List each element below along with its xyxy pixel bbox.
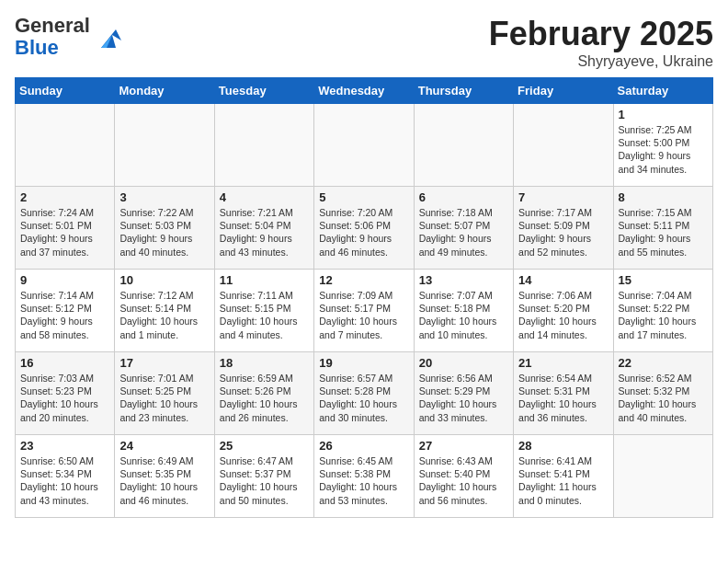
calendar-cell: 13Sunrise: 7:07 AM Sunset: 5:18 PM Dayli… [414, 270, 513, 352]
calendar-table: SundayMondayTuesdayWednesdayThursdayFrid… [15, 77, 713, 518]
day-info: Sunrise: 7:25 AM Sunset: 5:00 PM Dayligh… [619, 123, 708, 176]
day-number: 15 [619, 273, 708, 287]
calendar-cell [314, 104, 414, 187]
day-number: 8 [619, 190, 708, 204]
calendar-cell: 11Sunrise: 7:11 AM Sunset: 5:15 PM Dayli… [214, 270, 313, 352]
calendar-cell: 5Sunrise: 7:20 AM Sunset: 5:06 PM Daylig… [314, 187, 414, 270]
day-number: 13 [419, 273, 508, 287]
day-info: Sunrise: 7:12 AM Sunset: 5:14 PM Dayligh… [119, 289, 209, 341]
day-info: Sunrise: 6:52 AM Sunset: 5:32 PM Dayligh… [619, 372, 708, 424]
day-info: Sunrise: 7:03 AM Sunset: 5:23 PM Dayligh… [20, 372, 109, 424]
calendar-cell: 27Sunrise: 6:43 AM Sunset: 5:40 PM Dayli… [414, 435, 513, 518]
calendar-week-1: 1Sunrise: 7:25 AM Sunset: 5:00 PM Daylig… [16, 104, 713, 187]
day-number: 24 [119, 439, 209, 453]
calendar-cell: 14Sunrise: 7:06 AM Sunset: 5:20 PM Dayli… [514, 270, 613, 352]
day-info: Sunrise: 7:21 AM Sunset: 5:04 PM Dayligh… [220, 206, 309, 259]
day-number: 26 [319, 439, 408, 453]
weekday-header-sunday: Sunday [16, 78, 115, 104]
day-number: 4 [220, 190, 309, 204]
day-info: Sunrise: 6:41 AM Sunset: 5:41 PM Dayligh… [518, 454, 608, 507]
calendar-cell: 2Sunrise: 7:24 AM Sunset: 5:01 PM Daylig… [16, 187, 115, 270]
day-number: 19 [319, 356, 408, 370]
page-header: General Blue February 2025 Shyryayeve, U… [15, 15, 713, 70]
title-block: February 2025 Shyryayeve, Ukraine [489, 15, 713, 70]
day-info: Sunrise: 7:09 AM Sunset: 5:17 PM Dayligh… [319, 289, 408, 341]
calendar-cell: 28Sunrise: 6:41 AM Sunset: 5:41 PM Dayli… [514, 435, 613, 518]
calendar-cell: 24Sunrise: 6:49 AM Sunset: 5:35 PM Dayli… [115, 435, 214, 518]
calendar-cell: 26Sunrise: 6:45 AM Sunset: 5:38 PM Dayli… [314, 435, 414, 518]
day-info: Sunrise: 7:01 AM Sunset: 5:25 PM Dayligh… [119, 372, 209, 424]
calendar-cell: 6Sunrise: 7:18 AM Sunset: 5:07 PM Daylig… [414, 187, 513, 270]
day-info: Sunrise: 7:20 AM Sunset: 5:06 PM Dayligh… [319, 206, 408, 259]
day-number: 11 [220, 273, 309, 287]
day-info: Sunrise: 7:04 AM Sunset: 5:22 PM Dayligh… [619, 289, 708, 341]
day-info: Sunrise: 7:17 AM Sunset: 5:09 PM Dayligh… [518, 206, 608, 259]
day-number: 12 [319, 273, 408, 287]
day-number: 25 [220, 439, 309, 453]
calendar-cell: 4Sunrise: 7:21 AM Sunset: 5:04 PM Daylig… [214, 187, 313, 270]
weekday-header-row: SundayMondayTuesdayWednesdayThursdayFrid… [16, 78, 713, 104]
weekday-header-wednesday: Wednesday [314, 78, 414, 104]
day-number: 3 [119, 190, 209, 204]
day-number: 17 [119, 356, 209, 370]
day-number: 5 [319, 190, 408, 204]
calendar-cell: 7Sunrise: 7:17 AM Sunset: 5:09 PM Daylig… [514, 187, 613, 270]
day-number: 21 [518, 356, 608, 370]
calendar-subtitle: Shyryayeve, Ukraine [489, 53, 713, 70]
calendar-cell: 19Sunrise: 6:57 AM Sunset: 5:28 PM Dayli… [314, 352, 414, 435]
calendar-cell: 10Sunrise: 7:12 AM Sunset: 5:14 PM Dayli… [115, 270, 214, 352]
logo-blue: Blue [15, 36, 59, 59]
calendar-cell: 9Sunrise: 7:14 AM Sunset: 5:12 PM Daylig… [16, 270, 115, 352]
calendar-title: February 2025 [489, 15, 713, 53]
day-info: Sunrise: 6:49 AM Sunset: 5:35 PM Dayligh… [119, 454, 209, 507]
calendar-cell: 20Sunrise: 6:56 AM Sunset: 5:29 PM Dayli… [414, 352, 513, 435]
day-number: 23 [20, 439, 109, 453]
calendar-cell: 12Sunrise: 7:09 AM Sunset: 5:17 PM Dayli… [314, 270, 414, 352]
calendar-cell: 1Sunrise: 7:25 AM Sunset: 5:00 PM Daylig… [613, 104, 712, 187]
logo-icon [94, 22, 123, 52]
calendar-cell: 25Sunrise: 6:47 AM Sunset: 5:37 PM Dayli… [214, 435, 313, 518]
day-number: 6 [419, 190, 508, 204]
day-info: Sunrise: 6:43 AM Sunset: 5:40 PM Dayligh… [419, 454, 508, 507]
calendar-cell [214, 104, 313, 187]
calendar-week-2: 2Sunrise: 7:24 AM Sunset: 5:01 PM Daylig… [16, 187, 713, 270]
day-number: 18 [220, 356, 309, 370]
calendar-cell: 21Sunrise: 6:54 AM Sunset: 5:31 PM Dayli… [514, 352, 613, 435]
day-info: Sunrise: 7:24 AM Sunset: 5:01 PM Dayligh… [20, 206, 109, 259]
day-info: Sunrise: 6:56 AM Sunset: 5:29 PM Dayligh… [419, 372, 508, 424]
calendar-cell: 23Sunrise: 6:50 AM Sunset: 5:34 PM Dayli… [16, 435, 115, 518]
weekday-header-saturday: Saturday [613, 78, 712, 104]
calendar-cell [16, 104, 115, 187]
day-info: Sunrise: 7:18 AM Sunset: 5:07 PM Dayligh… [419, 206, 508, 259]
day-info: Sunrise: 6:54 AM Sunset: 5:31 PM Dayligh… [518, 372, 608, 424]
calendar-cell [414, 104, 513, 187]
weekday-header-thursday: Thursday [414, 78, 513, 104]
day-info: Sunrise: 7:15 AM Sunset: 5:11 PM Dayligh… [619, 206, 708, 259]
day-info: Sunrise: 7:07 AM Sunset: 5:18 PM Dayligh… [419, 289, 508, 341]
day-info: Sunrise: 7:22 AM Sunset: 5:03 PM Dayligh… [119, 206, 209, 259]
calendar-cell: 16Sunrise: 7:03 AM Sunset: 5:23 PM Dayli… [16, 352, 115, 435]
logo: General Blue [15, 15, 123, 59]
calendar-week-4: 16Sunrise: 7:03 AM Sunset: 5:23 PM Dayli… [16, 352, 713, 435]
day-number: 9 [20, 273, 109, 287]
calendar-week-5: 23Sunrise: 6:50 AM Sunset: 5:34 PM Dayli… [16, 435, 713, 518]
day-number: 14 [518, 273, 608, 287]
calendar-cell [613, 435, 712, 518]
day-info: Sunrise: 7:14 AM Sunset: 5:12 PM Dayligh… [20, 289, 109, 341]
calendar-cell [514, 104, 613, 187]
day-info: Sunrise: 6:47 AM Sunset: 5:37 PM Dayligh… [220, 454, 309, 507]
day-info: Sunrise: 6:57 AM Sunset: 5:28 PM Dayligh… [319, 372, 408, 424]
day-number: 16 [20, 356, 109, 370]
calendar-cell: 18Sunrise: 6:59 AM Sunset: 5:26 PM Dayli… [214, 352, 313, 435]
day-number: 20 [419, 356, 508, 370]
day-number: 28 [518, 439, 608, 453]
day-number: 27 [419, 439, 508, 453]
day-number: 1 [619, 108, 708, 121]
calendar-cell: 3Sunrise: 7:22 AM Sunset: 5:03 PM Daylig… [115, 187, 214, 270]
day-info: Sunrise: 6:59 AM Sunset: 5:26 PM Dayligh… [220, 372, 309, 424]
calendar-cell [115, 104, 214, 187]
calendar-cell: 17Sunrise: 7:01 AM Sunset: 5:25 PM Dayli… [115, 352, 214, 435]
calendar-cell: 8Sunrise: 7:15 AM Sunset: 5:11 PM Daylig… [613, 187, 712, 270]
weekday-header-tuesday: Tuesday [214, 78, 313, 104]
calendar-cell: 15Sunrise: 7:04 AM Sunset: 5:22 PM Dayli… [613, 270, 712, 352]
